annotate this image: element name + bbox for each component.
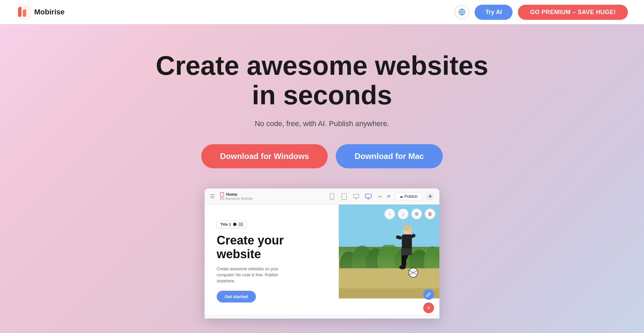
svg-rect-37: [401, 248, 412, 255]
settings-action[interactable]: ⚙: [411, 209, 422, 219]
publish-button-mock[interactable]: ☁ Publish: [395, 192, 422, 201]
premium-button[interactable]: GO PREMIUM – SAVE HUGE!: [518, 5, 628, 20]
delete-action[interactable]: 🗑: [425, 209, 435, 219]
svg-rect-2: [23, 9, 26, 17]
title-dot: [233, 223, 236, 226]
settings-icon[interactable]: ⚙: [426, 192, 434, 201]
toolbar-menu-icon: ☰: [210, 193, 215, 200]
download-buttons: Download for Windows Download for Mac: [201, 144, 443, 168]
toolbar-page-icon-title: Home: [220, 192, 253, 197]
player-silhouette: [389, 223, 423, 280]
cloud-icon: ☁: [399, 194, 403, 199]
mockup-main-title: Create your website: [217, 233, 327, 261]
svg-rect-12: [354, 194, 359, 198]
move-up-action[interactable]: ↑: [384, 209, 395, 219]
edit-block-button[interactable]: [423, 289, 434, 300]
add-block-button[interactable]: +: [423, 302, 434, 313]
hero-title: Create awesome websites in seconds: [154, 51, 490, 110]
mockup-content: ↑ ↓ ⚙ 🗑 Title 1: [205, 205, 439, 319]
hero-section: Create awesome websites in seconds No co…: [0, 24, 644, 333]
globe-icon: [458, 8, 466, 16]
svg-rect-11: [342, 193, 346, 200]
download-windows-button[interactable]: Download for Windows: [201, 144, 328, 168]
small-desktop-icon[interactable]: [353, 193, 360, 200]
toolbar-device-icons: [329, 193, 372, 200]
desktop-icon[interactable]: [365, 193, 372, 200]
toolbar-page-subtitle: My Awesome Website: [220, 197, 253, 201]
toolbar-page-info: Home My Awesome Website: [220, 192, 253, 201]
title-badge[interactable]: Title 1: [217, 221, 247, 228]
mockup-bottom-actions: +: [423, 289, 434, 313]
svg-rect-8: [220, 192, 224, 197]
svg-rect-3: [19, 7, 21, 9]
move-down-action[interactable]: ↓: [398, 209, 409, 219]
mobirise-logo-icon: [16, 5, 31, 19]
toolbar-actions: ↩ 👁 ☁ Publish ⚙: [378, 192, 434, 201]
svg-rect-15: [365, 194, 371, 198]
plus-icon: +: [427, 304, 431, 312]
mockup-left: Title 1 Create your website Create aweso…: [205, 205, 339, 315]
mockup-toolbar: ☰ Home My Awesome Website: [205, 188, 439, 205]
logo-text: Mobirise: [34, 8, 64, 16]
svg-point-31: [403, 224, 412, 231]
mockup-description: Create awesome websites on your computer…: [217, 266, 290, 284]
hero-subtitle: No code, free, with AI. Publish anywhere…: [255, 119, 389, 128]
tablet-icon[interactable]: [341, 193, 347, 200]
title-badge-label: Title 1: [220, 222, 231, 226]
logo-area: Mobirise: [16, 5, 64, 19]
svg-rect-33: [395, 235, 402, 240]
globe-button[interactable]: [454, 5, 469, 19]
download-mac-button[interactable]: Download for Mac: [336, 144, 443, 168]
get-started-button[interactable]: Get started: [217, 291, 256, 302]
svg-point-38: [399, 265, 406, 269]
header-right: Try AI GO PREMIUM – SAVE HUGE!: [454, 5, 628, 20]
app-mockup: ☰ Home My Awesome Website: [205, 188, 439, 319]
mockup-top-actions: ↑ ↓ ⚙ 🗑: [384, 209, 435, 219]
publish-label: Publish: [405, 194, 418, 199]
svg-rect-1: [18, 7, 21, 17]
mockup-section: Title 1 Create your website Create aweso…: [205, 205, 439, 315]
try-ai-button[interactable]: Try AI: [475, 5, 513, 20]
mobile-icon[interactable]: [329, 193, 335, 200]
preview-icon[interactable]: 👁: [386, 194, 391, 199]
list-icon: [238, 222, 243, 226]
page-icon: [220, 192, 224, 197]
svg-point-27: [424, 246, 439, 272]
header: Mobirise Try AI GO PREMIUM – SAVE HUGE!: [0, 0, 644, 24]
undo-icon[interactable]: ↩: [378, 194, 382, 199]
edit-icon: [426, 292, 431, 297]
